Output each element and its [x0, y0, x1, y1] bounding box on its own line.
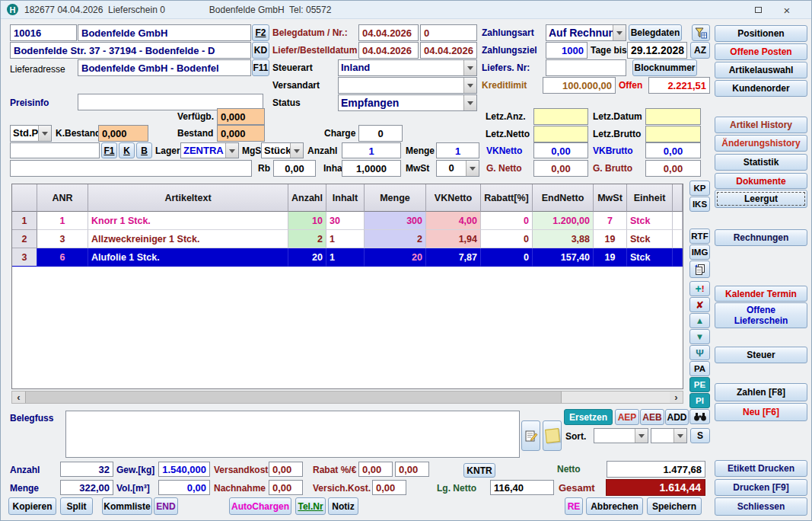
- scroll-left-icon[interactable]: ‹: [12, 392, 25, 403]
- search-button[interactable]: [689, 409, 710, 424]
- move-up-button[interactable]: ▲: [689, 313, 710, 328]
- zahlungsart-select[interactable]: Auf Rechnung: [546, 24, 626, 41]
- split-button[interactable]: Split: [60, 497, 93, 515]
- re-button[interactable]: RE: [565, 497, 583, 515]
- liefersnr-field[interactable]: [546, 59, 626, 76]
- customer-name-field[interactable]: Bodenfelde GmbH: [78, 24, 251, 41]
- table-row-selected[interactable]: 3 6 Alufolie 1 Stck. 20 1 20 7,87 0 157,…: [12, 248, 683, 267]
- aenderungshistory-button[interactable]: Änderungshistory: [715, 135, 807, 152]
- offene-lieferschein-button[interactable]: Offene Lieferschein: [715, 302, 807, 328]
- pe-button[interactable]: PE: [689, 377, 710, 392]
- col-mwst[interactable]: MwSt: [594, 184, 627, 212]
- az-button[interactable]: AZ: [690, 42, 710, 59]
- bestelldatum-field[interactable]: 04.04.2026: [420, 42, 477, 59]
- anzahl-field[interactable]: 1: [342, 142, 401, 158]
- neu-button[interactable]: Neu [F6]: [715, 403, 807, 421]
- col-endnetto[interactable]: EndNetto: [533, 184, 594, 212]
- kreditlimit-field[interactable]: 100.000,00: [543, 77, 616, 94]
- ersetzen-button[interactable]: Ersetzen: [564, 409, 613, 425]
- merge-button[interactable]: Ψ: [689, 345, 710, 360]
- bestand-field[interactable]: 0,000: [217, 125, 265, 142]
- einheit-select[interactable]: Stück: [261, 142, 304, 158]
- versandart-select[interactable]: [338, 77, 477, 94]
- zahlen-button[interactable]: Zahlen [F8]: [715, 383, 807, 401]
- k-button[interactable]: K: [119, 142, 135, 158]
- customer-address-field[interactable]: Bodenfelde Str. 37 - 37194 - Bodenfelde …: [10, 42, 251, 59]
- kp-button[interactable]: KP: [689, 181, 710, 196]
- add-button[interactable]: ADD: [665, 409, 689, 425]
- kopieren-button[interactable]: Kopieren: [8, 497, 56, 515]
- menge-field[interactable]: 1: [436, 142, 479, 158]
- col-inhalt[interactable]: Inhalt: [326, 184, 365, 212]
- aep-button[interactable]: AEP: [615, 409, 639, 425]
- f11-button[interactable]: F11: [252, 59, 269, 76]
- dokumente-button[interactable]: Dokumente: [715, 173, 807, 189]
- statistik-button[interactable]: Statistik: [715, 154, 807, 171]
- end-button[interactable]: END: [154, 497, 178, 515]
- nachnahme-field[interactable]: 0,00: [269, 480, 303, 495]
- steuer-button[interactable]: Steuer: [715, 347, 807, 363]
- gnetto-field[interactable]: 0,00: [533, 160, 588, 177]
- vknetto-field[interactable]: 0,00: [533, 142, 588, 158]
- lieferdatum-field[interactable]: 04.04.2026: [358, 42, 419, 59]
- kundenorder-button[interactable]: Kundenorder: [715, 80, 807, 97]
- rb-field[interactable]: 0,00: [273, 160, 316, 177]
- sort1-select[interactable]: [594, 428, 648, 443]
- kommliste-button[interactable]: Kommliste: [102, 497, 152, 515]
- telnr-button[interactable]: Tel.Nr: [295, 497, 326, 515]
- f2-button[interactable]: F2: [252, 24, 269, 41]
- col-rownum[interactable]: [12, 184, 37, 212]
- copy-position-button[interactable]: [689, 260, 710, 278]
- scrollbar-thumb[interactable]: [25, 392, 562, 403]
- edit-note-button[interactable]: [521, 420, 540, 451]
- scroll-right-icon[interactable]: ›: [670, 392, 683, 403]
- autochargen-button[interactable]: AutoChargen: [229, 497, 291, 515]
- speichern-button[interactable]: Speichern: [647, 497, 702, 515]
- belegnr-field[interactable]: 0: [420, 24, 477, 41]
- zahlungsziel-datum-field[interactable]: 29.12.2028: [627, 42, 687, 59]
- table-hscrollbar[interactable]: ‹ ›: [11, 391, 683, 404]
- positionstyp-select[interactable]: Std.Pos: [10, 125, 52, 142]
- move-down-button[interactable]: ▼: [689, 329, 710, 344]
- drucken-button[interactable]: Drucken [F9]: [715, 479, 807, 496]
- versichkost-field[interactable]: 0,00: [372, 480, 406, 495]
- artikelauswahl-button[interactable]: Artikelauswahl: [715, 62, 807, 78]
- rabat-euro-field[interactable]: 0,00: [395, 462, 429, 477]
- col-vknetto[interactable]: VKNetto: [426, 184, 481, 212]
- rtf-button[interactable]: RTF: [689, 229, 710, 244]
- col-einheit[interactable]: Einheit: [627, 184, 673, 212]
- rabat-prozent-field[interactable]: 0,00: [358, 462, 393, 477]
- col-artikeltext[interactable]: Artikeltext: [88, 184, 288, 212]
- col-rabatt[interactable]: Rabatt[%]: [481, 184, 533, 212]
- lager-select[interactable]: ZENTRA: [180, 142, 239, 158]
- kalender-termin-button[interactable]: Kalender Termin: [715, 286, 807, 302]
- leergut-button[interactable]: Leergut: [715, 190, 807, 208]
- verfuegb-field[interactable]: 0,000: [217, 108, 265, 125]
- vkbrutto-field[interactable]: 0,00: [645, 142, 701, 158]
- col-menge[interactable]: Menge: [365, 184, 426, 212]
- rechnungen-button[interactable]: Rechnungen: [715, 229, 807, 246]
- lieferadresse-field[interactable]: Bodenfelde GmbH - Bodenfel: [78, 59, 251, 76]
- table-row[interactable]: 2 3 Allzweckreiniger 1 Stck. 2 1 2 1,94 …: [12, 230, 683, 248]
- status-select[interactable]: Empfangen: [338, 94, 477, 111]
- lgnetto-field[interactable]: 116,40: [490, 480, 554, 495]
- offen-wert-field[interactable]: 2.221,51: [648, 77, 710, 94]
- zahlungsziel-tage-field[interactable]: 1000: [546, 42, 588, 59]
- kd-button[interactable]: KD: [252, 42, 269, 59]
- delete-position-button[interactable]: ✘: [689, 297, 710, 312]
- notiz-button[interactable]: Notiz: [328, 497, 358, 515]
- customer-number-field[interactable]: 10016: [10, 24, 77, 41]
- steuerart-select[interactable]: Inland: [338, 59, 477, 76]
- aeb-button[interactable]: AEB: [640, 409, 664, 425]
- s-button[interactable]: S: [690, 428, 710, 443]
- positionen-button[interactable]: Positionen: [715, 25, 807, 42]
- table-row[interactable]: 1 1 Knorr 1 Stck. 10 30 300 4,00 0 1.200…: [12, 212, 683, 230]
- close-icon[interactable]: ×: [777, 3, 797, 17]
- gbrutto-field[interactable]: 0,00: [645, 160, 701, 177]
- mwst-select[interactable]: 0: [436, 160, 479, 177]
- inhalt-field[interactable]: 1,0000: [342, 160, 401, 177]
- artikeltext-field[interactable]: [10, 160, 252, 177]
- sticky-note-button[interactable]: [543, 420, 562, 451]
- add-position-button[interactable]: +!: [689, 281, 710, 296]
- restore-icon[interactable]: [748, 3, 768, 17]
